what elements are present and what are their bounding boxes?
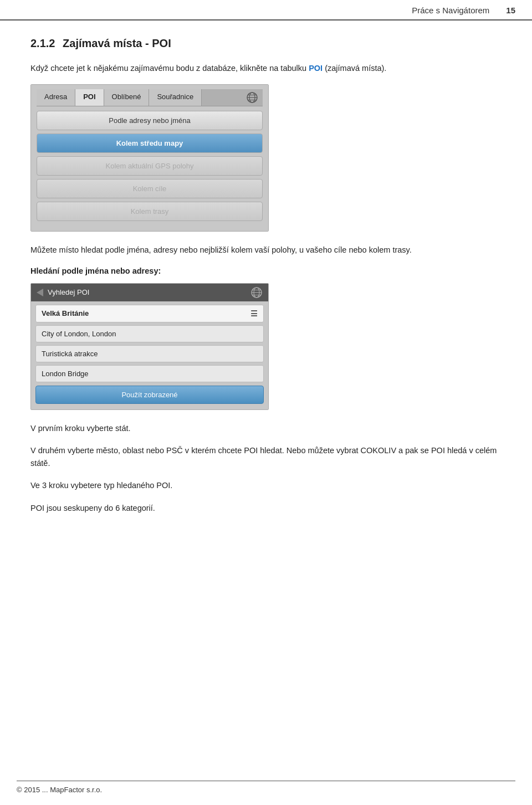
field-type-label: Turistická atrakce	[42, 350, 98, 358]
back-triangle-icon	[37, 289, 43, 296]
main-content: 2.1.2 Zajímavá místa - POI Když chcete j…	[0, 20, 532, 546]
field-type[interactable]: Turistická atrakce	[35, 345, 264, 362]
tab-souradnice[interactable]: Souřadnice	[149, 89, 202, 106]
intro-text-after: (zajímavá místa).	[325, 64, 386, 73]
tab-bar: Adresa POI Oblíbené Souřadnice	[37, 89, 263, 106]
nav2-body: Velká Británie ☰ City of London, London …	[31, 301, 268, 409]
nav-mockup-1: Adresa POI Oblíbené Souřadnice Podle adr…	[30, 84, 269, 232]
intro-text-before: Když chcete jet k nějakému zajímavému bo…	[30, 64, 306, 73]
tab-oblibene[interactable]: Oblíbené	[104, 89, 150, 106]
search-heading: Hledání podle jména nebo adresy:	[30, 266, 502, 275]
field-name-label: London Bridge	[42, 370, 89, 378]
page-number: 15	[506, 6, 515, 15]
field-city[interactable]: City of London, London	[35, 325, 264, 342]
tab-adresa[interactable]: Adresa	[37, 89, 75, 106]
intro-paragraph: Když chcete jet k nějakému zajímavému bo…	[30, 62, 502, 74]
nav2-header-title: Vyhledej POI	[48, 288, 89, 296]
use-button[interactable]: Použít zobrazené	[35, 386, 264, 404]
btn-kolem-stredu[interactable]: Kolem středu mapy	[37, 134, 263, 153]
step3-text: Ve 3 kroku vybetere typ hledaného POI.	[30, 479, 502, 491]
btn-kolem-cile[interactable]: Kolem cíle	[37, 179, 263, 198]
field-name[interactable]: London Bridge	[35, 365, 264, 382]
btn-podle-adresy[interactable]: Podle adresy nebo jména	[37, 111, 263, 130]
header-title: Práce s Navigátorem	[412, 6, 489, 15]
page-footer: © 2015 ... MapFactor s.r.o.	[17, 781, 515, 794]
poi-link-text: POI	[309, 64, 323, 73]
footer-copyright: © 2015 ... MapFactor s.r.o.	[17, 786, 102, 794]
field-country-label: Velká Británie	[42, 309, 89, 317]
globe-icon	[246, 91, 258, 104]
description-paragraph: Můžete místo hledat podle jména, adresy …	[30, 244, 502, 256]
section-title: Zajímavá místa - POI	[63, 37, 171, 49]
section-number: 2.1.2	[30, 37, 55, 49]
nav-mockup-2: Vyhledej POI Velká Británie ☰ City of Lo…	[30, 283, 269, 410]
field-country[interactable]: Velká Británie ☰	[35, 305, 264, 322]
page-header: Práce s Navigátorem 15	[0, 0, 532, 20]
tab-poi[interactable]: POI	[75, 89, 104, 106]
btn-kolem-gps[interactable]: Kolem aktuální GPS polohy	[37, 156, 263, 176]
btn-kolem-trasy[interactable]: Kolem trasy	[37, 202, 263, 221]
section-heading: 2.1.2 Zajímavá místa - POI	[30, 37, 502, 50]
list-icon: ☰	[250, 309, 258, 318]
tab-globe	[242, 89, 263, 106]
step4-text: POI jsou seskupeny do 6 kategorií.	[30, 502, 502, 514]
nav2-globe-icon	[250, 286, 263, 299]
nav2-header: Vyhledej POI	[31, 284, 268, 301]
step2-text: V druhém vyberte město, oblast nebo PSČ …	[30, 444, 502, 469]
step1-text: V prvním kroku vyberte stát.	[30, 422, 502, 434]
field-city-label: City of London, London	[42, 330, 116, 338]
